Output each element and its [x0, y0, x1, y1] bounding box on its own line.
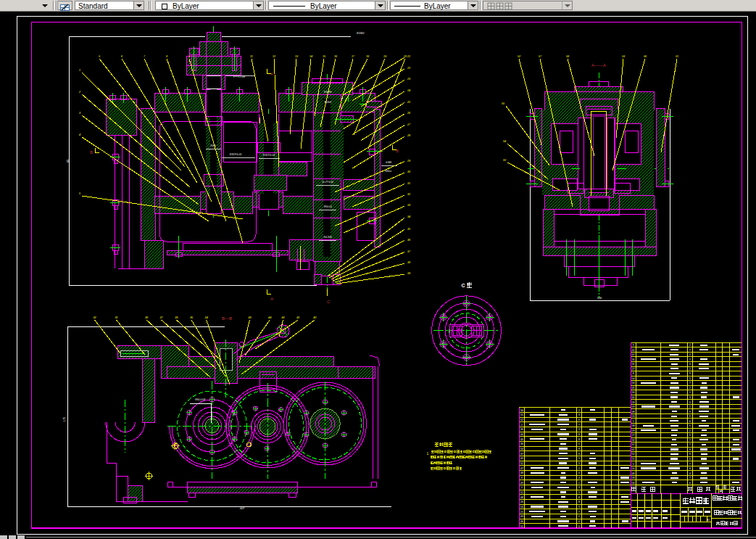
svg-text:Φ60±c: Φ60±c: [385, 170, 392, 173]
svg-text:17: 17: [632, 434, 635, 437]
svg-text:Φ40h6: Φ40h6: [324, 101, 331, 104]
svg-text:4: 4: [689, 363, 691, 366]
svg-text:34: 34: [632, 391, 635, 394]
svg-text:52: 52: [520, 419, 523, 421]
svg-text:9: 9: [689, 411, 691, 413]
svg-text:33: 33: [632, 382, 635, 384]
svg-text:2: 2: [689, 429, 691, 432]
svg-text:Φ30-0.08: Φ30-0.08: [195, 398, 205, 401]
svg-text:A: A: [270, 72, 273, 76]
svg-text:1: 1: [578, 491, 580, 494]
svg-text:2: 2: [689, 344, 691, 347]
svg-text:9: 9: [689, 372, 691, 375]
svg-text:8: 8: [633, 372, 634, 375]
svg-text:Φ35TG.01: Φ35TG.01: [263, 154, 275, 157]
svg-text:47: 47: [520, 467, 523, 470]
svg-text:25: 25: [407, 101, 411, 104]
svg-text:31: 31: [407, 182, 410, 185]
svg-text:C: C: [461, 283, 465, 288]
svg-text:4: 4: [578, 477, 580, 480]
svg-text:49: 49: [520, 438, 523, 441]
svg-text:4: 4: [578, 520, 580, 523]
svg-text:51: 51: [520, 525, 523, 528]
svg-text:11: 11: [250, 55, 253, 58]
svg-text:7: 7: [578, 424, 580, 427]
svg-text:65: 65: [66, 159, 70, 162]
svg-text:175: 175: [62, 416, 66, 421]
svg-text:51: 51: [520, 491, 523, 494]
svg-text:4: 4: [689, 472, 691, 475]
svg-text:35: 35: [632, 358, 635, 361]
svg-text:45: 45: [520, 457, 523, 460]
svg-text:31: 31: [115, 316, 117, 319]
svg-text:3: 3: [578, 428, 580, 431]
svg-text:5: 5: [689, 458, 691, 461]
svg-text:9: 9: [633, 344, 634, 347]
svg-text:5: 5: [578, 525, 580, 528]
svg-text:Φ50.04: Φ50.04: [323, 205, 331, 208]
svg-text:28: 28: [407, 134, 411, 137]
svg-text:30: 30: [520, 443, 523, 445]
svg-text:24: 24: [407, 89, 410, 92]
svg-text:36: 36: [520, 428, 523, 431]
svg-text:32: 32: [632, 439, 635, 442]
svg-text:2: 2: [578, 467, 580, 470]
svg-text:54: 54: [520, 506, 523, 509]
svg-text:4×M8: 4×M8: [386, 161, 391, 164]
svg-text:21: 21: [520, 511, 523, 514]
svg-text:9: 9: [689, 453, 691, 456]
svg-text:A1: A1: [707, 519, 710, 522]
svg-text:27: 27: [632, 368, 635, 371]
svg-text:55: 55: [632, 467, 635, 470]
svg-text:1: 1: [578, 482, 580, 485]
svg-text:407: 407: [240, 506, 245, 510]
svg-text:7: 7: [578, 511, 580, 514]
svg-text:5: 5: [633, 463, 634, 466]
svg-text:A: A: [270, 297, 273, 301]
svg-text:Φ35TG.01: Φ35TG.01: [230, 153, 242, 156]
svg-text:37: 37: [520, 453, 523, 456]
svg-text:5: 5: [689, 424, 691, 427]
svg-text:56: 56: [632, 482, 635, 485]
svg-text:8: 8: [578, 448, 580, 450]
svg-text:59: 59: [632, 401, 635, 404]
svg-text:46: 46: [632, 472, 635, 475]
svg-text:C: C: [327, 300, 330, 304]
svg-text:4: 4: [578, 472, 580, 474]
svg-text:47: 47: [632, 353, 635, 356]
svg-text:8: 8: [578, 453, 580, 456]
svg-text:9: 9: [689, 448, 691, 451]
svg-text:28: 28: [632, 477, 635, 480]
svg-text:8: 8: [578, 501, 580, 503]
svg-text:45: 45: [632, 387, 635, 390]
svg-text:2: 2: [578, 409, 580, 412]
svg-text:27: 27: [407, 123, 411, 126]
svg-text:3: 3: [578, 506, 580, 509]
svg-text:46: 46: [520, 520, 523, 523]
svg-text:6: 6: [578, 419, 580, 421]
svg-text:5: 5: [689, 434, 691, 437]
svg-text:8: 8: [578, 496, 580, 499]
svg-text:9: 9: [689, 401, 691, 404]
svg-text:7: 7: [689, 477, 691, 480]
svg-text:47: 47: [632, 443, 635, 446]
svg-text:9: 9: [689, 415, 691, 418]
svg-text:1: 1: [689, 406, 691, 408]
svg-text:7: 7: [689, 463, 691, 466]
svg-text:44: 44: [520, 433, 523, 436]
svg-text:42: 42: [632, 349, 635, 352]
svg-text:52: 52: [632, 453, 635, 456]
svg-text:38: 38: [632, 424, 635, 427]
svg-text:44: 44: [268, 316, 271, 319]
svg-text:5: 5: [578, 443, 580, 445]
svg-text:23: 23: [407, 78, 411, 81]
svg-text:41: 41: [296, 316, 299, 319]
svg-text:34: 34: [205, 316, 208, 319]
svg-text:9: 9: [521, 477, 523, 480]
svg-text:49: 49: [520, 482, 523, 485]
svg-text:16.2TG.04: 16.2TG.04: [322, 181, 333, 184]
svg-text:8: 8: [578, 438, 580, 441]
svg-text:1: 1: [633, 420, 634, 423]
svg-text:40: 40: [632, 396, 635, 399]
svg-text:330: 330: [597, 296, 602, 300]
